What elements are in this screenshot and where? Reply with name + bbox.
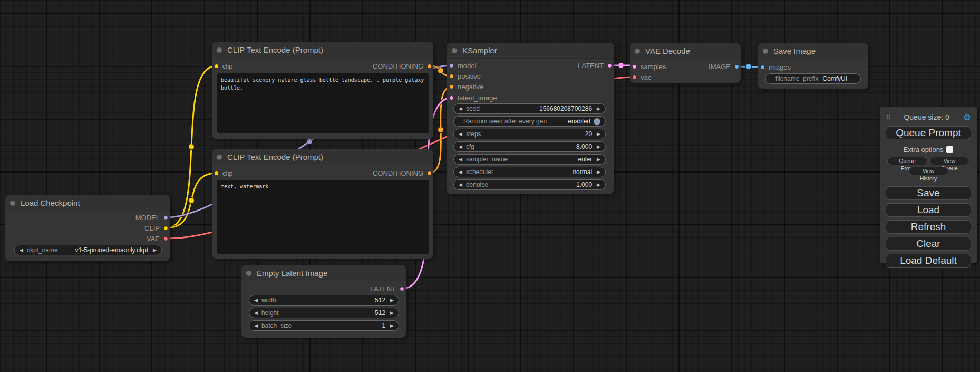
increment-arrow-icon[interactable]: ▶ [390,311,394,316]
input-port-samples[interactable]: samples [632,61,666,72]
input-port-negative[interactable]: negative [449,81,483,92]
toggle-dot[interactable] [594,118,600,125]
output-port-clip[interactable]: CLIP [144,223,168,233]
clip-port-dot[interactable] [214,171,219,176]
input-port-model[interactable]: model [449,60,476,71]
latent-port-dot[interactable] [400,287,404,291]
output-port-latent[interactable]: LATENT [370,283,404,294]
input-port-clip[interactable]: clip [214,61,233,71]
node-title-bar[interactable]: Save Image [758,43,868,59]
decrement-arrow-icon[interactable]: ◀ [459,132,462,137]
load-default-button[interactable]: Load Default [886,254,971,268]
increment-arrow-icon[interactable]: ▶ [597,107,600,111]
scheduler-widget[interactable]: ◀ scheduler normal ▶ [453,167,606,177]
denoise-widget[interactable]: ◀ denoise 1.000 ▶ [453,179,606,190]
steps-widget[interactable]: ◀ steps 20 ▶ [453,129,606,139]
cfg-widget[interactable]: ◀ cfg 8.000 ▶ [453,141,606,152]
height-widget[interactable]: ◀ height 512 ▶ [249,308,399,318]
increment-arrow-icon[interactable]: ▶ [390,323,394,328]
node-title-bar[interactable]: CLIP Text Encode (Prompt) [212,42,433,58]
view-queue-button[interactable]: View Queue [929,157,969,165]
decrement-arrow-icon[interactable]: ◀ [254,298,258,303]
node-graph-canvas[interactable]: Load Checkpoint MODEL CLIP VAE ◀ ckpt_na… [0,0,980,372]
node-title-bar[interactable]: KSampler [447,43,614,59]
vae-port-dot[interactable] [163,236,168,241]
node-title-bar[interactable]: VAE Decode [630,43,741,59]
refresh-button[interactable]: Refresh [886,220,971,234]
clip-port-dot[interactable] [214,64,219,69]
seed-widget[interactable]: ◀ seed 156680208700286 ▶ [453,103,606,114]
load-button[interactable]: Load [886,203,971,217]
latent-port-dot[interactable] [449,96,454,100]
image-port-dot[interactable] [760,65,765,70]
output-port-vae[interactable]: VAE [147,233,168,244]
decrement-arrow-icon[interactable]: ◀ [459,183,462,187]
conditioning-port-dot[interactable] [427,64,432,69]
increment-arrow-icon[interactable]: ▶ [390,298,394,303]
node-title-bar[interactable]: CLIP Text Encode (Prompt) [212,149,433,165]
increment-arrow-icon[interactable]: ▶ [597,170,600,175]
increment-arrow-icon[interactable]: ▶ [597,145,600,149]
collapse-dot[interactable] [452,48,457,53]
clip-port-dot[interactable] [163,226,168,231]
increment-arrow-icon[interactable]: ▶ [597,183,600,187]
vae-port-dot[interactable] [632,75,637,80]
drag-handle-icon[interactable]: ⠿ [886,113,890,121]
increment-arrow-icon[interactable]: ▶ [153,248,157,253]
queue-prompt-button[interactable]: Queue Prompt [886,126,971,139]
conditioning-port-dot[interactable] [449,84,454,89]
conditioning-port-dot[interactable] [449,74,454,79]
node-clip-text-encode-negative[interactable]: CLIP Text Encode (Prompt) clip CONDITION… [212,149,433,259]
extra-options-checkbox[interactable] [946,146,953,153]
output-port-conditioning[interactable]: CONDITIONING [373,168,432,178]
decrement-arrow-icon[interactable]: ◀ [20,248,23,253]
sampler-name-widget[interactable]: ◀ sampler_name euler ▶ [453,154,606,165]
collapse-dot[interactable] [217,47,222,53]
random-seed-toggle-widget[interactable]: Random seed after every gen enabled [453,116,606,127]
decrement-arrow-icon[interactable]: ◀ [254,323,258,328]
node-load-checkpoint[interactable]: Load Checkpoint MODEL CLIP VAE ◀ ckpt_na… [5,195,170,261]
settings-gear-icon[interactable]: ⚙ [963,113,971,122]
view-history-button[interactable]: View History [908,167,948,175]
width-widget[interactable]: ◀ width 512 ▶ [249,295,399,306]
input-port-clip[interactable]: clip [214,168,233,178]
node-title-bar[interactable]: Load Checkpoint [5,195,170,211]
queue-front-button[interactable]: Queue Front [887,157,927,165]
decrement-arrow-icon[interactable]: ◀ [459,145,462,149]
save-button[interactable]: Save [886,186,971,200]
model-port-dot[interactable] [449,63,454,68]
collapse-dot[interactable] [763,49,768,54]
latent-port-dot[interactable] [607,63,612,68]
collapse-dot[interactable] [635,49,640,54]
input-port-images[interactable]: images [760,62,791,72]
node-vae-decode[interactable]: VAE Decode samples vae IMAGE [630,43,741,83]
node-save-image[interactable]: Save Image images filename_prefix ComfyU… [758,43,868,89]
input-port-positive[interactable]: positive [449,71,481,81]
increment-arrow-icon[interactable]: ▶ [597,157,600,162]
filename-prefix-widget[interactable]: filename_prefix ComfyUI [765,73,861,84]
input-port-latent-image[interactable]: latent_image [449,92,497,103]
latent-port-dot[interactable] [632,64,637,69]
queue-panel[interactable]: ⠿ Queue size: 0 ⚙ Queue Prompt Extra opt… [880,107,977,263]
decrement-arrow-icon[interactable]: ◀ [254,311,258,316]
collapse-dot[interactable] [10,201,15,206]
output-port-latent[interactable]: LATENT [578,60,612,71]
ckpt-name-widget[interactable]: ◀ ckpt_name v1-5-pruned-emaonly.ckpt ▶ [14,245,162,255]
node-title-bar[interactable]: Empty Latent Image [241,265,406,281]
input-port-vae[interactable]: vae [632,72,652,82]
decrement-arrow-icon[interactable]: ◀ [459,157,462,162]
image-port-dot[interactable] [734,64,739,69]
positive-prompt-textarea[interactable]: beautiful scenery nature glass bottle la… [217,73,429,133]
output-port-conditioning[interactable]: CONDITIONING [373,61,432,71]
clear-button[interactable]: Clear [886,237,971,251]
conditioning-port-dot[interactable] [427,171,432,176]
decrement-arrow-icon[interactable]: ◀ [459,107,462,111]
negative-prompt-textarea[interactable]: text, watermark [217,180,429,254]
collapse-dot[interactable] [217,155,222,160]
node-ksampler[interactable]: KSampler model positive negative latent_… [447,43,614,194]
model-port-dot[interactable] [163,215,168,220]
node-empty-latent-image[interactable]: Empty Latent Image LATENT ◀ width 512 ▶ … [241,265,406,338]
output-port-image[interactable]: IMAGE [709,61,739,72]
increment-arrow-icon[interactable]: ▶ [597,132,600,137]
output-port-model[interactable]: MODEL [135,212,168,223]
